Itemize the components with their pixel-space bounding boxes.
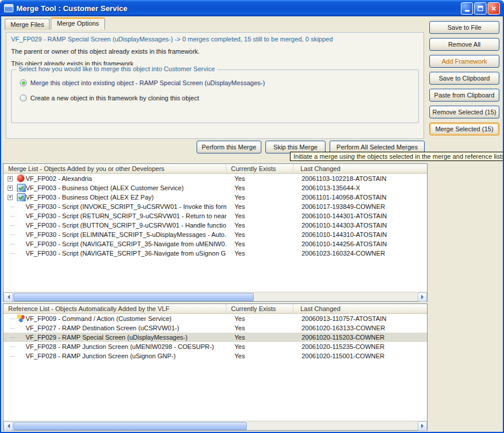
merge-list-row[interactable]: VF_FP030 - Script (NAVIGATE_SCRIPT_35-Na… (4, 239, 427, 249)
radio-row-merge-existing[interactable]: Merge this object into existing object -… (20, 79, 265, 86)
currently-exists-value: Yes (226, 334, 293, 341)
command-action-icon (16, 315, 26, 323)
merge-choice-groupbox: Select how you would like to merge this … (11, 69, 419, 123)
radio-clone-label: Create a new object in this framework by… (30, 95, 199, 102)
save-to-clipboard-button[interactable]: Save to Clipboard (429, 72, 499, 85)
save-to-file-button[interactable]: Save to File (429, 21, 499, 34)
icon-spacer (16, 212, 26, 220)
reference-list-row-selected[interactable]: VF_FP029 - RAMP Special Screen (uDisplay… (4, 333, 427, 342)
reference-list-row[interactable]: VF_FP027 - RAMP Destination Screen (uCSR… (4, 323, 427, 333)
object-name: VF_FP030 - Script (NAVIGATE_SCRIPT_35-Na… (26, 240, 226, 247)
merge-list-row[interactable]: VF_FP030 - Script (INVOKE_SCRIPT_9-uCSRV… (4, 202, 427, 211)
merge-list-header: Merge List - Objects Added by you or oth… (4, 164, 427, 174)
remove-all-button[interactable]: Remove All (429, 38, 499, 51)
currently-exists-value: Yes (226, 175, 293, 182)
merge-list-header-changed[interactable]: Last Changed (293, 164, 427, 173)
reference-list-header-name[interactable]: Reference List - Objects Automatically A… (4, 304, 226, 313)
last-changed-value: 20061101-140958-ATOSTAIN (293, 194, 427, 201)
tree-connector (10, 244, 15, 245)
merge-options-panel: VF_FP029 - RAMP Special Screen (uDisplay… (6, 32, 424, 139)
reference-list-rows: VF_FP009 - Command / Action (Customer Se… (4, 314, 427, 421)
reference-list-header-exists[interactable]: Currently Exists (226, 304, 293, 313)
object-name: VF_FP028 - RAMP Junction Screen (uSignon… (26, 352, 176, 359)
merge-list-row[interactable]: + VF_FP002 - Alexandria Yes 20061103-102… (4, 174, 427, 183)
scroll-right-button[interactable] (418, 421, 427, 431)
tab-strip: Merge Files Merge Options (5, 18, 106, 30)
tab-merge-options[interactable]: Merge Options (51, 18, 104, 30)
object-name: VF_FP030 - Script (BUTTON_SCRIPT_9-uCSRV… (26, 222, 226, 229)
maximize-icon (478, 6, 483, 11)
scroll-thumb[interactable] (13, 293, 254, 301)
close-button[interactable]: × (488, 2, 500, 15)
expand-icon[interactable]: + (8, 195, 13, 200)
scroll-left-button[interactable] (4, 421, 13, 431)
sidebar-button-panel: Save to File Remove All Add Framework Sa… (429, 21, 499, 135)
icon-spacer (16, 221, 26, 229)
merge-list-row[interactable]: VF_FP030 - Script (RETURN_SCRIPT_9-uCSRV… (4, 211, 427, 221)
icon-spacer (16, 202, 26, 211)
merge-list-row[interactable]: + VF_FP003 - Business Object (ALEX EZ Pa… (4, 193, 427, 202)
object-name: VF_FP003 - Business Object (ALEX EZ Pay) (26, 194, 153, 201)
reference-list-row[interactable]: VF_FP028 - RAMP Junction Screen (uMENIW0… (4, 342, 427, 351)
tab-merge-files[interactable]: Merge Files (5, 19, 50, 30)
merge-selected-button[interactable]: Merge Selected (15) (429, 123, 499, 135)
radio-clone-object[interactable] (20, 95, 27, 102)
scroll-thumb[interactable] (13, 422, 247, 430)
merge-status-header: VF_FP029 - RAMP Special Screen (uDisplay… (11, 36, 333, 43)
radio-row-clone[interactable]: Create a new object in this framework by… (20, 95, 199, 102)
tree-connector (10, 225, 15, 226)
currently-exists-value: Yes (226, 315, 293, 322)
radio-merge-existing[interactable] (20, 79, 27, 86)
last-changed-value: 20061010-144256-ATOSTAIN (293, 240, 427, 247)
paste-from-clipboard-button[interactable]: Paste from Clipboard (429, 89, 499, 102)
currently-exists-value: Yes (226, 231, 293, 238)
titlebar[interactable]: Merge Tool : Customer Service × (1, 0, 503, 16)
scroll-left-icon (5, 424, 10, 428)
merge-list-row[interactable]: + VF_FP003 - Business Object (ALEX Custo… (4, 183, 427, 193)
add-framework-button[interactable]: Add Framework (429, 55, 499, 68)
tree-connector (10, 253, 15, 254)
last-changed-value: 20061017-193849-COWNER (293, 203, 427, 210)
perform-merge-button[interactable]: Perform this Merge (197, 141, 261, 153)
merge-list-row[interactable]: VF_FP030 - Script (ELIMINATE_SCRIPT_5-uD… (4, 230, 427, 239)
minimize-icon (465, 10, 470, 12)
last-changed-value: 20061020-163133-COWNER (293, 324, 427, 331)
scroll-right-icon (421, 295, 426, 299)
scroll-left-button[interactable] (4, 292, 13, 302)
last-changed-value: 20061010-144303-ATOSTAIN (293, 222, 427, 229)
minimize-button[interactable] (461, 2, 473, 15)
expand-icon[interactable]: + (8, 176, 13, 181)
last-changed-value: 20060913-110757-ATOSTAIN (293, 315, 427, 322)
remove-selected-button[interactable]: Remove Selected (15) (429, 106, 499, 118)
icon-spacer (16, 352, 26, 360)
currently-exists-value: Yes (226, 343, 293, 350)
merge-list-hscrollbar[interactable] (4, 292, 427, 301)
reference-list-header-changed[interactable]: Last Changed (293, 304, 427, 313)
currently-exists-value: Yes (226, 324, 293, 331)
scroll-right-button[interactable] (418, 292, 427, 302)
tree-connector (10, 356, 15, 357)
merge-list-row[interactable]: VF_FP030 - Script (NAVIGATE_SCRIPT_36-Na… (4, 249, 427, 258)
currently-exists-value: Yes (226, 250, 293, 257)
close-icon: × (492, 5, 496, 12)
currently-exists-value: Yes (226, 240, 293, 247)
reference-list-row[interactable]: VF_FP028 - RAMP Junction Screen (uSignon… (4, 351, 427, 361)
merge-list-row[interactable]: VF_FP030 - Script (BUTTON_SCRIPT_9-uCSRV… (4, 221, 427, 230)
object-name: VF_FP029 - RAMP Special Screen (uDisplay… (26, 334, 187, 341)
merge-list-header-name[interactable]: Merge List - Objects Added by you or oth… (4, 164, 226, 173)
merge-list-header-exists[interactable]: Currently Exists (226, 164, 293, 173)
window-title: Merge Tool : Customer Service (16, 4, 127, 13)
scroll-right-icon (421, 424, 426, 428)
maximize-button[interactable] (474, 2, 487, 15)
parent-exists-note: The parent or owner of this object alrea… (11, 48, 200, 55)
last-changed-value: 20061010-144310-ATOSTAIN (293, 231, 427, 238)
scroll-left-icon (5, 295, 10, 299)
icon-spacer (16, 240, 26, 248)
reference-list-hscrollbar[interactable] (4, 421, 427, 430)
merge-list: Merge List - Objects Added by you or oth… (3, 163, 428, 302)
expand-icon[interactable]: + (8, 186, 13, 191)
reference-list-row[interactable]: VF_FP009 - Command / Action (Customer Se… (4, 314, 427, 323)
tree-connector (10, 216, 15, 216)
object-name: VF_FP027 - RAMP Destination Screen (uCSR… (26, 324, 179, 331)
currently-exists-value: Yes (226, 212, 293, 219)
